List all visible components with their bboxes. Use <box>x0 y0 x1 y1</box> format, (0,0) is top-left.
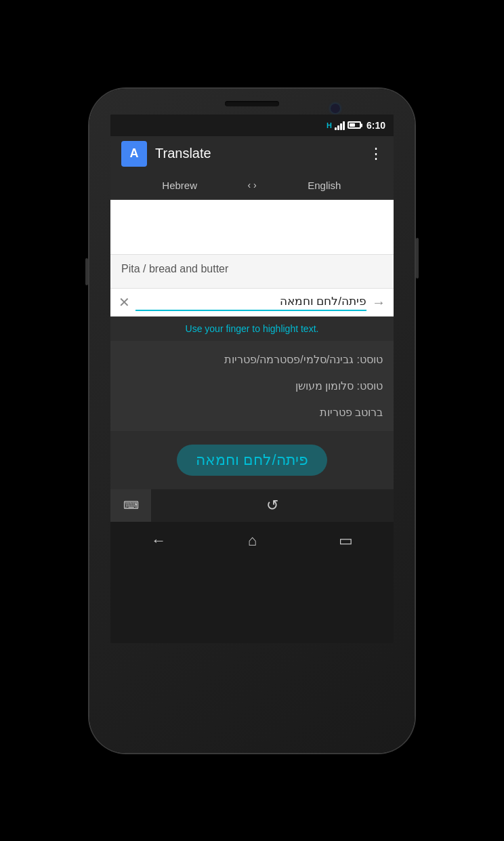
target-language-button[interactable]: English <box>261 180 388 191</box>
navigation-bar: ← ⌂ ▭ <box>110 522 394 560</box>
power-button[interactable] <box>85 258 88 285</box>
phone-outer: H 6:10 A Trans <box>0 0 504 841</box>
phone-body: H 6:10 A Trans <box>89 89 415 753</box>
keyboard-icon: ⌨ <box>123 499 139 512</box>
clear-button[interactable]: ✕ <box>119 294 130 310</box>
status-bar: H 6:10 <box>110 115 394 136</box>
overflow-menu-button[interactable]: ⋮ <box>369 145 383 163</box>
logo-letter: A <box>130 146 139 161</box>
clock: 6:10 <box>366 120 385 131</box>
source-text-area[interactable] <box>110 200 394 254</box>
go-button[interactable]: → <box>372 295 385 310</box>
screen: H 6:10 A Trans <box>110 115 394 643</box>
back-button[interactable]: ← <box>151 532 166 550</box>
list-item[interactable]: ברוטב פטריות <box>110 399 394 426</box>
swap-languages-button[interactable]: ‹ › <box>243 180 260 190</box>
app-title: Translate <box>155 146 369 161</box>
status-icons: H 6:10 <box>327 120 385 131</box>
recents-button[interactable]: ▭ <box>339 532 353 550</box>
volume-button[interactable] <box>416 238 419 279</box>
translated-text-area: Pita / bread and butter <box>110 254 394 288</box>
menu-list: טוסט: גבינה/סלמי/פסטרמה/פטריות טוסט: סלו… <box>110 341 394 431</box>
battery-icon <box>348 121 361 129</box>
app-bar: A Translate ⋮ <box>110 136 394 171</box>
h-indicator: H <box>327 121 332 129</box>
input-row: ✕ פיתה/לחם וחמאה → <box>110 288 394 316</box>
battery-fill <box>350 123 355 127</box>
signal-bars <box>335 121 345 130</box>
speaker-grill <box>225 101 279 106</box>
home-button[interactable]: ⌂ <box>248 532 257 550</box>
list-item[interactable]: טוסט: סלומון מעושן <box>110 373 394 399</box>
text-input[interactable]: פיתה/לחם וחמאה <box>135 294 366 311</box>
hint-text: Use your finger to highlight text. <box>186 323 319 334</box>
app-logo: A <box>121 141 147 167</box>
hint-text-bar: Use your finger to highlight text. <box>110 316 394 341</box>
keyboard-spacer: ↺ <box>151 497 394 514</box>
highlight-bubble: פיתה/לחם וחמאה <box>177 445 327 476</box>
language-bar: Hebrew ‹ › English <box>110 171 394 200</box>
rotate-icon: ↺ <box>266 497 278 514</box>
translated-text: Pita / bread and butter <box>121 263 228 274</box>
list-item[interactable]: טוסט: גבינה/סלמי/פסטרמה/פטריות <box>110 346 394 373</box>
highlight-bubble-text: פיתה/לחם וחמאה <box>196 451 308 468</box>
highlight-area: פיתה/לחם וחמאה <box>110 431 394 489</box>
source-language-button[interactable]: Hebrew <box>116 180 243 191</box>
translation-area: Pita / bread and butter ✕ פיתה/לחם וחמאה… <box>110 200 394 316</box>
keyboard-toggle-button[interactable]: ⌨ <box>110 489 151 522</box>
keyboard-bar: ⌨ ↺ <box>110 489 394 522</box>
front-camera <box>331 104 340 113</box>
